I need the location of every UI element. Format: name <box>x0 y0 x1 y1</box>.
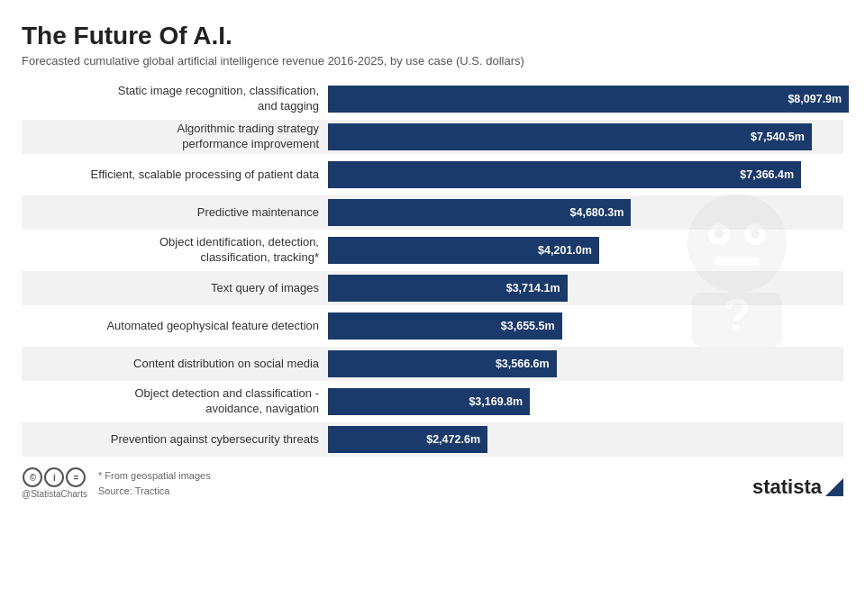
bar-row: Predictive maintenance$4,680.3m <box>22 195 843 230</box>
bar-row: Content distribution on social media$3,5… <box>22 347 843 381</box>
bar-label: Object detection and classification -avo… <box>22 386 328 417</box>
bar-container: $8,097.9m <box>328 82 849 116</box>
bar-label: Algorithmic trading strategyperformance … <box>22 122 328 152</box>
bar-label: Automated geophysical feature detection <box>22 319 328 334</box>
bar: $3,714.1m <box>328 275 568 302</box>
bar-container: $7,540.5m <box>328 120 843 154</box>
cc-icon: © <box>23 467 42 487</box>
handle: @StatistaCharts <box>22 489 87 499</box>
person-icon: i <box>44 467 64 487</box>
bar-row: Efficient, scalable processing of patien… <box>22 158 843 192</box>
bar-value: $8,097.9m <box>788 93 842 105</box>
main-title: The Future Of A.I. <box>22 22 843 50</box>
bar: $4,680.3m <box>328 199 631 226</box>
bar: $3,566.6m <box>328 350 557 377</box>
bar-value: $3,714.1m <box>506 282 560 294</box>
bar-row: Automated geophysical feature detection$… <box>22 309 843 343</box>
footer-note: * From geospatial images Source: Tractic… <box>98 468 211 498</box>
bar-value: $4,680.3m <box>570 206 624 219</box>
bar-label: Prevention against cybersecurity threats <box>22 432 328 448</box>
bar-row: Object identification, detection,classif… <box>22 233 843 267</box>
bar-container: $3,169.8m <box>328 385 843 419</box>
bar-value: $3,655.5m <box>501 320 555 332</box>
bar-value: $3,169.8m <box>469 395 523 408</box>
bar-label: Text query of images <box>22 281 328 296</box>
svg-marker-0 <box>825 478 843 496</box>
bar-label: Static image recognition, classification… <box>22 84 328 114</box>
bar: $4,201.0m <box>328 237 599 264</box>
bar-row: Text query of images$3,714.1m <box>22 271 843 305</box>
subtitle: Forecasted cumulative global artificial … <box>22 54 843 68</box>
chart-area: Static image recognition, classification… <box>22 82 843 457</box>
bar-label: Predictive maintenance <box>22 205 328 221</box>
bar-value: $3,566.6m <box>496 358 550 370</box>
bar-value: $4,201.0m <box>538 244 592 257</box>
bar-container: $7,366.4m <box>328 158 843 192</box>
bar-container: $3,655.5m <box>328 309 843 343</box>
bar: $2,472.6m <box>328 426 487 453</box>
bar-value: $7,366.4m <box>740 168 794 181</box>
bar-label: Efficient, scalable processing of patien… <box>22 168 328 183</box>
bar-container: $4,680.3m <box>328 195 843 230</box>
footer: © i = @StatistaCharts * From geospatial … <box>22 467 843 499</box>
footer-left: © i = @StatistaCharts * From geospatial … <box>22 467 211 499</box>
bar: $3,655.5m <box>328 313 562 340</box>
equals-icon: = <box>66 467 86 487</box>
cc-icons: © i = <box>23 467 86 487</box>
bar-row: Algorithmic trading strategyperformance … <box>22 120 843 154</box>
bar-container: $3,714.1m <box>328 271 843 305</box>
statista-logo: statista <box>752 476 843 499</box>
bar-row: Prevention against cybersecurity threats… <box>22 422 843 457</box>
bar: $7,540.5m <box>328 123 812 150</box>
bar-label: Object identification, detection,classif… <box>22 235 328 266</box>
bar-container: $2,472.6m <box>328 422 843 457</box>
bar-container: $4,201.0m <box>328 233 843 267</box>
bar-container: $3,566.6m <box>328 347 843 381</box>
bar: $8,097.9m <box>328 86 849 113</box>
bar-row: Object detection and classification -avo… <box>22 385 843 419</box>
bar: $7,366.4m <box>328 161 801 188</box>
bar-label: Content distribution on social media <box>22 357 328 372</box>
bar-value: $7,540.5m <box>751 131 805 143</box>
bar-value: $2,472.6m <box>426 433 480 446</box>
statista-icon <box>825 478 843 496</box>
bar-row: Static image recognition, classification… <box>22 82 843 116</box>
bar: $3,169.8m <box>328 388 530 415</box>
infographic-container: The Future Of A.I. Forecasted cumulative… <box>0 0 865 616</box>
